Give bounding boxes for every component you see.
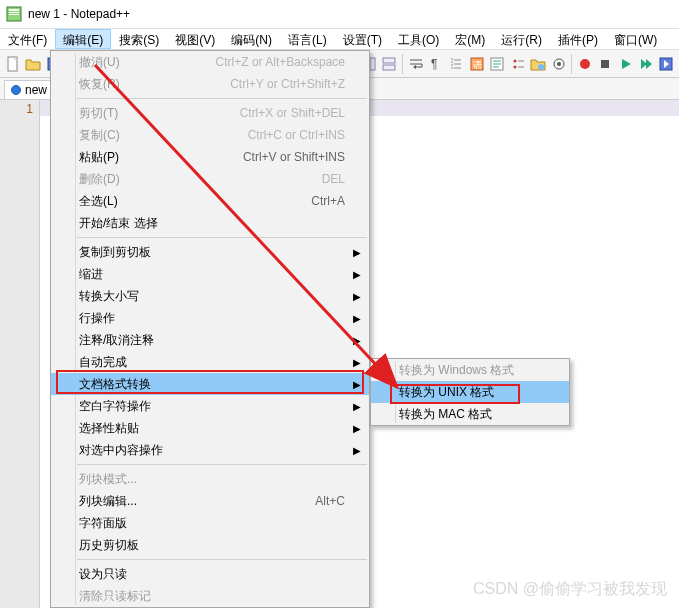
- submenu-arrow-icon: ▶: [353, 357, 361, 368]
- menu-item[interactable]: 宏(M): [447, 29, 493, 49]
- menu-item[interactable]: 自动完成▶: [51, 351, 369, 373]
- menu-item-label: 自动完成: [79, 354, 345, 371]
- menu-item-label: 字符面版: [79, 515, 345, 532]
- menu-item[interactable]: 设为只读: [51, 563, 369, 585]
- toolbar-separator: [571, 54, 572, 74]
- tab-status-icon: [11, 85, 21, 95]
- menu-item-label: 恢复(R): [79, 76, 200, 93]
- app-icon: [6, 6, 22, 22]
- menu-separator: [77, 237, 367, 238]
- menu-item[interactable]: 语言(L): [280, 29, 335, 49]
- svg-point-69: [557, 62, 561, 66]
- menu-item[interactable]: 对选中内容操作▶: [51, 439, 369, 461]
- svg-rect-71: [601, 60, 609, 68]
- menu-item[interactable]: 设置(T): [335, 29, 390, 49]
- svg-marker-51: [413, 65, 416, 69]
- play-multi-button[interactable]: [636, 53, 655, 75]
- window-title: new 1 - Notepad++: [28, 7, 130, 21]
- menu-item[interactable]: 选择性粘贴▶: [51, 417, 369, 439]
- doc-map-button[interactable]: [488, 53, 507, 75]
- menu-item-label: 文档格式转换: [79, 376, 345, 393]
- submenu-arrow-icon: ▶: [353, 401, 361, 412]
- menu-item-label: 空白字符操作: [79, 398, 345, 415]
- open-file-button[interactable]: [23, 53, 42, 75]
- stop-macro-button[interactable]: [596, 53, 615, 75]
- menu-item-label: 清除只读标记: [79, 588, 345, 605]
- menu-item[interactable]: 复制到剪切板▶: [51, 241, 369, 263]
- menu-item[interactable]: 文件(F): [0, 29, 55, 49]
- menu-item: 撤消(U)Ctrl+Z or Alt+Backspace: [51, 51, 369, 73]
- folder-workspace-button[interactable]: [528, 53, 547, 75]
- menu-item[interactable]: 空白字符操作▶: [51, 395, 369, 417]
- menu-item: 列块模式...: [51, 468, 369, 490]
- submenu-arrow-icon: ▶: [353, 269, 361, 280]
- menu-item-label: 行操作: [79, 310, 345, 327]
- submenu-item[interactable]: 转换为 UNIX 格式: [371, 381, 569, 403]
- menu-item[interactable]: 转换大小写▶: [51, 285, 369, 307]
- menu-item: 复制(C)Ctrl+C or Ctrl+INS: [51, 124, 369, 146]
- submenu-item[interactable]: 转换为 MAC 格式: [371, 403, 569, 425]
- menu-item-label: 列块编辑...: [79, 493, 285, 510]
- svg-rect-48: [383, 65, 395, 70]
- menu-item: 恢复(R)Ctrl+Y or Ctrl+Shift+Z: [51, 73, 369, 95]
- menu-item[interactable]: 编码(N): [223, 29, 280, 49]
- app-window: new 1 - Notepad++ 文件(F)编辑(E)搜索(S)视图(V)编码…: [0, 0, 679, 608]
- menu-item[interactable]: 缩进▶: [51, 263, 369, 285]
- line-number: 1: [6, 102, 33, 116]
- menu-item: 剪切(T)Ctrl+X or Shift+DEL: [51, 102, 369, 124]
- submenu-arrow-icon: ▶: [353, 445, 361, 456]
- menu-item-label: 设为只读: [79, 566, 345, 583]
- submenu-item-label: 转换为 MAC 格式: [399, 406, 545, 423]
- menu-item[interactable]: 字符面版: [51, 512, 369, 534]
- menu-item-shortcut: Ctrl+A: [311, 194, 345, 208]
- menu-item[interactable]: 全选(L)Ctrl+A: [51, 190, 369, 212]
- submenu-item-label: 转换为 Windows 格式: [399, 362, 545, 379]
- svg-rect-2: [9, 12, 19, 13]
- menu-item[interactable]: 开始/结束 选择: [51, 212, 369, 234]
- menu-item[interactable]: 注释/取消注释▶: [51, 329, 369, 351]
- menu-item[interactable]: 历史剪切板: [51, 534, 369, 556]
- menu-item-label: 开始/结束 选择: [79, 215, 345, 232]
- sync-h-button[interactable]: [380, 53, 399, 75]
- menu-item: 清除只读标记: [51, 585, 369, 607]
- record-macro-button[interactable]: [575, 53, 594, 75]
- menu-item[interactable]: 工具(O): [390, 29, 447, 49]
- menu-item-label: 对选中内容操作: [79, 442, 345, 459]
- menu-item[interactable]: 列块编辑...Alt+C: [51, 490, 369, 512]
- func-list-button[interactable]: [508, 53, 527, 75]
- menu-item[interactable]: 运行(R): [493, 29, 550, 49]
- menu-separator: [77, 98, 367, 99]
- new-file-button[interactable]: [3, 53, 22, 75]
- menu-item-shortcut: Ctrl+C or Ctrl+INS: [248, 128, 345, 142]
- menu-item[interactable]: 粘贴(P)Ctrl+V or Shift+INS: [51, 146, 369, 168]
- menu-item[interactable]: 文档格式转换▶: [51, 373, 369, 395]
- menu-item-label: 选择性粘贴: [79, 420, 345, 437]
- indent-guide-button[interactable]: [447, 53, 466, 75]
- monitor-button[interactable]: [549, 53, 568, 75]
- save-macro-button[interactable]: [657, 53, 676, 75]
- eol-conversion-submenu: 转换为 Windows 格式转换为 UNIX 格式转换为 MAC 格式: [370, 358, 570, 426]
- menu-item[interactable]: 窗口(W): [606, 29, 665, 49]
- menu-item[interactable]: 搜索(S): [111, 29, 167, 49]
- svg-rect-1: [9, 9, 19, 11]
- submenu-arrow-icon: ▶: [353, 335, 361, 346]
- svg-point-70: [580, 59, 590, 69]
- menu-item-label: 转换大小写: [79, 288, 345, 305]
- menu-item-label: 剪切(T): [79, 105, 210, 122]
- svg-text:语: 语: [473, 60, 482, 70]
- submenu-item: 转换为 Windows 格式: [371, 359, 569, 381]
- menu-item-label: 缩进: [79, 266, 345, 283]
- menu-item[interactable]: 行操作▶: [51, 307, 369, 329]
- menu-item[interactable]: 视图(V): [167, 29, 223, 49]
- menu-item[interactable]: 编辑(E): [55, 29, 111, 49]
- wrap-button[interactable]: [406, 53, 425, 75]
- play-macro-button[interactable]: [616, 53, 635, 75]
- svg-marker-72: [622, 59, 631, 69]
- menu-item[interactable]: 插件(P): [550, 29, 606, 49]
- lang-button[interactable]: 语: [467, 53, 486, 75]
- menu-item-label: 注释/取消注释: [79, 332, 345, 349]
- svg-marker-74: [646, 59, 652, 69]
- menu-item-label: 粘贴(P): [79, 149, 213, 166]
- menu-item-label: 删除(D): [79, 171, 292, 188]
- show-all-chars-button[interactable]: ¶: [426, 53, 445, 75]
